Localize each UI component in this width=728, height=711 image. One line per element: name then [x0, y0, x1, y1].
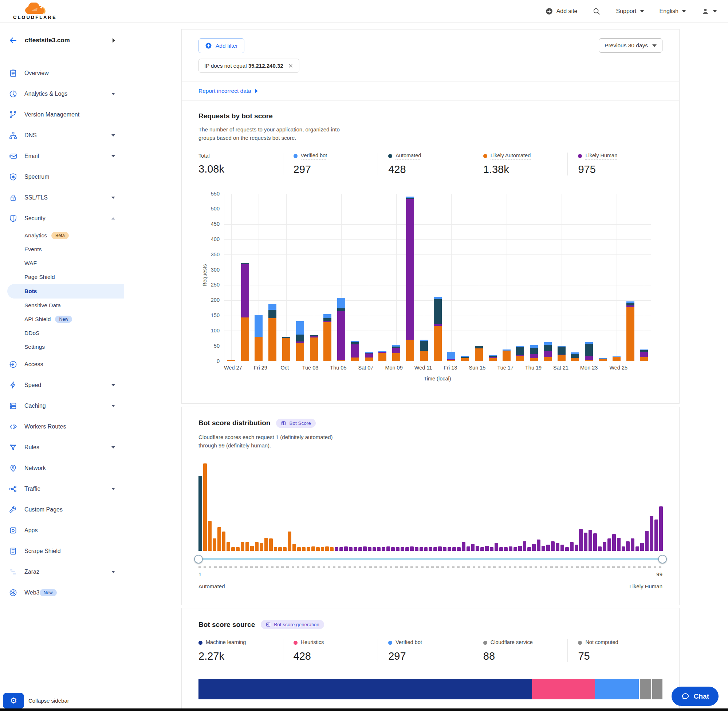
bar-slot[interactable] [279, 194, 293, 361]
sidebar-item-bots[interactable]: Bots [7, 284, 124, 298]
bar-slot[interactable] [334, 194, 348, 361]
distribution-description: Cloudflare scores each request 1 (defini… [198, 433, 663, 450]
source-stats-row: Machine learning2.27kHeuristics428Verifi… [198, 639, 663, 662]
sidebar-item-workers-routes[interactable]: Workers Routes [0, 416, 124, 437]
bar-slot[interactable] [458, 194, 472, 361]
histogram-bar-score-82 [579, 529, 583, 551]
sidebar-item-ddos[interactable]: DDoS [0, 326, 124, 340]
bar-slot[interactable] [266, 194, 279, 361]
sidebar-item-analytics[interactable]: AnalyticsBeta [0, 229, 124, 242]
bar-slot[interactable] [555, 194, 569, 361]
settings-gear-button[interactable]: ⚙ [3, 693, 24, 709]
time-range-label: Previous 30 days [604, 42, 648, 49]
slider-handle-max[interactable] [658, 555, 667, 563]
report-incorrect-data-link[interactable]: Report incorrect data [182, 82, 679, 100]
bar-slot[interactable] [582, 194, 596, 361]
bar-slot[interactable] [444, 194, 459, 361]
search-icon[interactable] [592, 7, 601, 15]
bar-slot[interactable] [320, 194, 334, 361]
sidebar-item-access[interactable]: Access [0, 354, 124, 375]
chevron-down-icon [111, 196, 115, 199]
sidebar-item-security[interactable]: Security [0, 208, 124, 229]
sidebar-item-zaraz[interactable]: Zaraz [0, 561, 124, 582]
sidebar-item-scrape-shield[interactable]: Scrape Shield [0, 541, 124, 561]
sidebar-item-rules[interactable]: Rules [0, 437, 124, 457]
bar-segment-likely-automated [255, 337, 263, 361]
bar-slot[interactable] [348, 194, 362, 361]
site-switcher-caret-icon[interactable] [112, 38, 115, 43]
bar-slot[interactable] [527, 194, 541, 361]
bar-slot[interactable] [623, 194, 637, 361]
sidebar-item-caching[interactable]: Caching [0, 395, 124, 416]
bar-slot[interactable] [500, 194, 514, 361]
bot-score-badge[interactable]: Bot Score [276, 419, 315, 428]
sidebar-item-custom-pages[interactable]: Custom Pages [0, 499, 124, 520]
gridline [561, 194, 562, 361]
slider-handle-min[interactable] [194, 555, 203, 563]
bar-segment-automated [351, 342, 359, 345]
sidebar-item-sensitive-data[interactable]: Sensitive Data [0, 298, 124, 312]
bar-slot[interactable] [238, 194, 252, 361]
collapse-sidebar-button[interactable]: Collapse sidebar [28, 698, 69, 704]
sidebar-item-dns[interactable]: DNS [0, 125, 124, 146]
time-range-dropdown[interactable]: Previous 30 days [599, 38, 663, 53]
bar-slot[interactable] [513, 194, 527, 361]
bar-slot[interactable] [569, 194, 582, 361]
bar-slot[interactable] [596, 194, 610, 361]
bar-slot[interactable] [637, 194, 651, 361]
y-tick-label: 550 [198, 191, 220, 196]
sidebar-item-analytics-logs[interactable]: Analytics & Logs [0, 83, 124, 104]
histogram-bar-score-19 [283, 547, 286, 551]
sidebar-item-page-shield[interactable]: Page Shield [0, 270, 124, 284]
bar-slot[interactable] [224, 194, 238, 361]
x-tick-label: Thu 19 [525, 365, 542, 370]
histogram-bar-score-20 [288, 531, 291, 551]
sidebar-item-waf[interactable]: WAF [0, 256, 124, 270]
source-card: Bot score source Bot score generation Ma… [182, 608, 679, 711]
bar-slot[interactable] [486, 194, 500, 361]
bar-slot[interactable] [541, 194, 555, 361]
back-arrow-icon[interactable] [9, 36, 18, 45]
sidebar-item-ssl-tls[interactable]: SSL/TLS [0, 187, 124, 208]
sidebar-item-overview[interactable]: Overview [0, 63, 124, 83]
sidebar-item-api-shield[interactable]: API ShieldNew [0, 312, 124, 326]
bar-slot[interactable] [293, 194, 307, 361]
sidebar-item-web3[interactable]: Web3New [0, 582, 124, 603]
x-tick-label: Mon 09 [385, 365, 402, 370]
filter-chip[interactable]: IP does not equal 35.212.240.32 [198, 59, 299, 73]
bar-slot[interactable] [403, 194, 417, 361]
histogram-bar-score-3 [208, 521, 211, 551]
support-menu[interactable]: Support [616, 8, 644, 15]
bar-slot[interactable] [376, 194, 390, 361]
sidebar-item-network[interactable]: Network [0, 457, 124, 478]
account-menu[interactable] [701, 7, 717, 15]
bar-slot[interactable] [362, 194, 376, 361]
source-segment-cloudflare-service [639, 679, 651, 699]
bar-slot[interactable] [417, 194, 431, 361]
bar-slot[interactable] [389, 194, 403, 361]
add-site-button[interactable]: Add site [545, 7, 577, 15]
sidebar-item-traffic[interactable]: Traffic [0, 478, 124, 499]
sidebar-item-events[interactable]: Events [0, 242, 124, 256]
workers-icon [9, 422, 18, 431]
close-icon[interactable] [288, 63, 294, 69]
histogram-bar-score-30 [335, 547, 338, 551]
add-filter-button[interactable]: Add filter [198, 38, 244, 53]
sidebar-item-version-management[interactable]: Version Management [0, 104, 124, 125]
bar-segment-automated [434, 299, 442, 325]
sidebar-item-apps[interactable]: Apps [0, 520, 124, 541]
sidebar-item-settings[interactable]: Settings [0, 340, 124, 354]
language-menu[interactable]: English [660, 8, 686, 15]
bar-slot[interactable] [307, 194, 321, 361]
bar-slot[interactable] [472, 194, 486, 361]
bar-slot[interactable] [431, 194, 444, 361]
bot-score-badge-label: Bot Score [289, 420, 311, 426]
sidebar-item-spectrum[interactable]: Spectrum [0, 167, 124, 187]
sidebar-item-speed[interactable]: Speed [0, 375, 124, 395]
score-range-slider[interactable] [198, 558, 663, 560]
bot-score-generation-badge[interactable]: Bot score generation [261, 620, 324, 629]
chat-button[interactable]: Chat [672, 687, 719, 706]
bar-slot[interactable] [252, 194, 266, 361]
bar-slot[interactable] [610, 194, 623, 361]
sidebar-item-email[interactable]: Email [0, 146, 124, 167]
